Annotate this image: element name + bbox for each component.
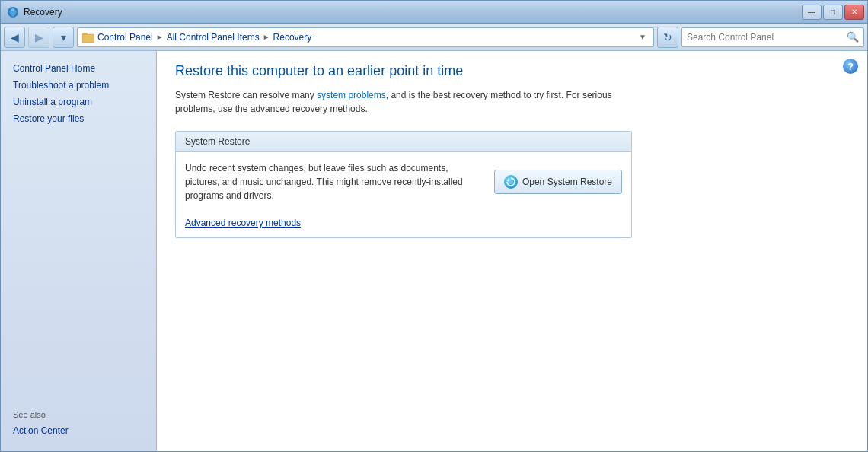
search-icon: 🔍 xyxy=(847,31,859,43)
minimize-button[interactable]: — xyxy=(802,5,822,20)
open-system-restore-button[interactable]: Open System Restore xyxy=(494,170,622,194)
help-icon[interactable]: ? xyxy=(843,59,858,74)
maximize-button[interactable]: □ xyxy=(823,5,843,20)
folder-icon xyxy=(82,32,94,43)
svg-point-1 xyxy=(11,8,14,11)
sidebar-spacer xyxy=(1,130,156,404)
see-also-title: See also xyxy=(13,410,144,419)
main-panel: ? Restore this computer to an earlier po… xyxy=(157,51,867,451)
sidebar-item-restore-files[interactable]: Restore your files xyxy=(1,110,156,127)
title-bar-left: Recovery xyxy=(7,6,62,18)
open-system-restore-label: Open System Restore xyxy=(522,177,612,187)
sidebar-see-also: See also Action Center xyxy=(1,404,156,445)
sidebar-nav: Control Panel Home Troubleshoot a proble… xyxy=(1,57,156,130)
sidebar: Control Panel Home Troubleshoot a proble… xyxy=(1,51,157,451)
path-dropdown-button[interactable]: ▼ xyxy=(637,30,649,45)
close-button[interactable]: ✕ xyxy=(844,5,864,20)
sidebar-item-control-panel-home[interactable]: Control Panel Home xyxy=(1,60,156,77)
svg-marker-5 xyxy=(506,179,509,182)
advanced-recovery-link[interactable]: Advanced recovery methods xyxy=(185,218,301,228)
back-button[interactable]: ◀ xyxy=(4,27,25,48)
title-bar-buttons: — □ ✕ xyxy=(802,5,864,20)
path-sep-2: ► xyxy=(263,33,270,41)
title-bar-title: Recovery xyxy=(24,7,62,18)
refresh-button[interactable]: ↻ xyxy=(657,27,678,48)
search-input[interactable] xyxy=(687,32,844,43)
sidebar-item-action-center[interactable]: Action Center xyxy=(13,422,144,439)
path-recovery[interactable]: Recovery xyxy=(273,32,312,43)
path-all-items[interactable]: All Control Panel Items xyxy=(167,32,260,43)
address-path: Control Panel ► All Control Panel Items … xyxy=(77,27,654,47)
intro-highlight: system problems xyxy=(317,90,386,100)
system-restore-section: System Restore Undo recent system change… xyxy=(175,131,632,238)
sidebar-item-uninstall[interactable]: Uninstall a program xyxy=(1,94,156,110)
path-sep-1: ► xyxy=(156,33,164,41)
search-bar: 🔍 xyxy=(681,27,864,47)
recent-pages-button[interactable]: ▾ xyxy=(53,27,74,48)
title-bar: Recovery — □ ✕ xyxy=(1,1,867,24)
address-bar: ◀ ▶ ▾ Control Panel ► All Control Panel … xyxy=(1,24,867,51)
intro-text-part1: System Restore can resolve many xyxy=(175,90,317,100)
window-icon xyxy=(7,6,19,18)
system-restore-header: System Restore xyxy=(176,132,631,152)
forward-button[interactable]: ▶ xyxy=(28,27,49,48)
page-title: Restore this computer to an earlier poin… xyxy=(175,63,849,79)
restore-icon xyxy=(504,175,518,189)
path-control-panel[interactable]: Control Panel xyxy=(97,32,153,43)
intro-text: System Restore can resolve many system p… xyxy=(175,88,632,116)
content-area: Control Panel Home Troubleshoot a proble… xyxy=(1,51,867,451)
sidebar-item-troubleshoot[interactable]: Troubleshoot a problem xyxy=(1,77,156,94)
window: Recovery — □ ✕ ◀ ▶ ▾ Control Panel ► All… xyxy=(0,0,868,452)
system-restore-description: Undo recent system changes, but leave fi… xyxy=(185,161,482,202)
system-restore-body: Undo recent system changes, but leave fi… xyxy=(176,152,631,212)
